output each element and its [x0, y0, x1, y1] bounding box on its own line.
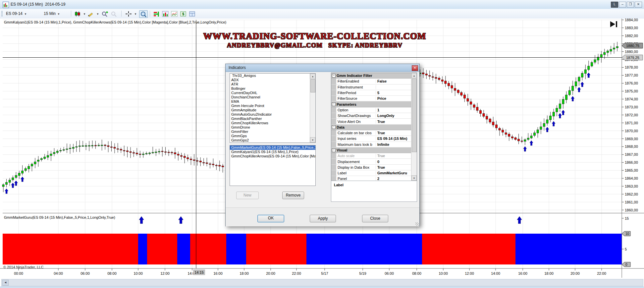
selected-indicator-item[interactable]: GmmChopKillerArrows(ES 09-14 (15 Min),Co… [230, 154, 315, 158]
indicator-list-item[interactable]: GmmChopKillerArrows [230, 121, 315, 125]
property-section-header[interactable]: −Parameters [331, 101, 412, 107]
indicator-list-item[interactable]: GmmAutoGuru2Indicator [230, 112, 315, 117]
candle-up [158, 151, 160, 152]
candle-up [31, 164, 33, 166]
property-row[interactable]: LabelGmmMarketGuru [331, 170, 412, 176]
dialog-title-bar[interactable]: Indicators ✕ [226, 64, 419, 72]
scroll-left-arrow-icon[interactable]: ◄ [2, 280, 9, 286]
selected-indicator-item[interactable]: GmmKalyani1(ES 09-14 (15 Min),1,Price) [230, 150, 315, 154]
scroll-thumb[interactable] [310, 79, 315, 92]
candle-down [136, 153, 138, 154]
property-value[interactable]: 1 [376, 108, 412, 112]
price-axis-label: 1861,00 [625, 200, 638, 204]
indicator-list-item[interactable]: GmmAmplitude [230, 108, 315, 112]
property-row[interactable]: FilterSourcePrice [331, 96, 412, 101]
apply-button[interactable]: Apply [310, 215, 336, 222]
regime-bar-blue [515, 234, 622, 264]
scroll-up-icon[interactable]: ▲ [310, 74, 315, 79]
indicator-list-item[interactable]: EMA [230, 99, 315, 104]
indicator-list-item[interactable]: Thr33_Amigos [230, 74, 315, 78]
collapse-icon[interactable]: − [332, 148, 336, 152]
indicator-list-item[interactable]: ADX [230, 78, 315, 82]
selected-indicators-list[interactable]: GmmMarketGuru(ES 09-14 (15 Min),False,,5… [230, 145, 316, 186]
property-row[interactable]: Voice Alert OnTrue [331, 119, 412, 124]
collapse-icon[interactable]: − [332, 102, 336, 106]
property-section-header[interactable]: −Data [331, 125, 412, 130]
regime-bar-red [246, 234, 306, 264]
candle-up [578, 77, 580, 81]
indicator-list-item[interactable]: GmmGps2 [230, 138, 315, 143]
property-value[interactable]: 2 [376, 177, 412, 181]
close-dialog-button[interactable]: Close [362, 215, 388, 222]
collapse-icon[interactable]: − [332, 125, 336, 129]
dialog-close-icon[interactable]: ✕ [412, 65, 418, 71]
property-value[interactable]: 5 [376, 91, 412, 95]
section-label: Data [337, 125, 345, 129]
property-label: Option [336, 108, 376, 112]
go-to-last-bar-icon[interactable] [616, 21, 617, 27]
price-axis-label: 1866,00 [625, 160, 638, 164]
time-axis-label: 22:00 [597, 271, 606, 275]
property-row[interactable]: Maximum bars look bInfinite [331, 142, 412, 147]
property-section-header[interactable]: −Gmm Indicator Filter [331, 73, 412, 79]
property-label: Maximum bars look b [336, 143, 376, 146]
horizontal-scrollbar[interactable]: ◄ [1, 279, 643, 286]
property-label: Auto scale [336, 154, 376, 158]
available-indicators-list[interactable]: Thr33_AmigosADXATRBollingerCurrentDayOHL… [230, 73, 316, 143]
go-to-last-bar-icon[interactable] [610, 21, 615, 27]
indicator-list-item[interactable]: Bollinger [230, 86, 315, 91]
scroll-thumb[interactable] [412, 79, 417, 152]
indicator-list-item[interactable]: GmmBlackPanther [230, 117, 315, 121]
candle-down [483, 114, 485, 117]
property-value[interactable]: False [376, 79, 412, 83]
indicator-list-item[interactable]: DonchianChannel [230, 95, 315, 99]
property-row[interactable]: ShowChartDrawingsLongOnly [331, 113, 412, 119]
ok-button[interactable]: OK [257, 215, 284, 222]
candle-up [155, 152, 157, 152]
property-row[interactable]: Auto scaleTrue [331, 153, 412, 159]
property-row[interactable]: Input seriesES 09-14 (15 Min) [331, 136, 412, 142]
regime-bar-red [147, 234, 177, 264]
property-row[interactable]: Panel2 [331, 176, 412, 181]
property-value[interactable]: ES 09-14 (15 Min) [376, 137, 412, 141]
property-value[interactable]: Price [376, 96, 412, 100]
chop-killer-up-arrow-icon [523, 146, 527, 151]
property-row[interactable]: Option1 [331, 107, 412, 113]
property-value[interactable]: LongOnly [376, 114, 412, 118]
property-row[interactable]: Calculate on bar closTrue [331, 130, 412, 136]
indicator-list-item[interactable]: GmmFilter [230, 130, 315, 134]
candle-up [69, 148, 71, 149]
candle-up [530, 136, 532, 138]
selected-indicator-item[interactable]: GmmMarketGuru(ES 09-14 (15 Min),False,,5… [230, 145, 315, 150]
property-value[interactable]: Infinite [376, 143, 412, 146]
properties-grid[interactable]: −Gmm Indicator FilterFilterEnabledFalseF… [331, 73, 417, 181]
candle-down [114, 147, 116, 148]
property-value[interactable]: True [376, 131, 412, 135]
property-row[interactable]: FilterInstrument [331, 85, 412, 90]
property-section-header[interactable]: −Visual [331, 147, 412, 153]
property-value[interactable]: 0 [376, 160, 412, 164]
remove-button[interactable]: Remove [282, 192, 304, 199]
property-value[interactable]: GmmMarketGuru [376, 171, 412, 175]
candle-up [572, 86, 574, 91]
grid-scrollbar[interactable]: ▲ ▼ [411, 73, 417, 181]
indicator-list-item[interactable]: CurrentDayOHL [230, 91, 315, 95]
property-row[interactable]: Displacement0 [331, 159, 412, 164]
indicator-list-item[interactable]: GmmDrone [230, 125, 315, 130]
property-row[interactable]: FilterPeriod5 [331, 90, 412, 96]
property-row[interactable]: FilterEnabledFalse [331, 79, 412, 84]
property-value[interactable]: True [376, 154, 412, 158]
resize-grip[interactable] [415, 222, 419, 226]
scroll-down-icon[interactable]: ▼ [411, 175, 417, 181]
collapse-icon[interactable]: − [332, 74, 336, 78]
indicator-list-item[interactable]: ATR [230, 82, 315, 86]
scroll-up-icon[interactable]: ▲ [411, 73, 417, 78]
property-value[interactable]: True [376, 120, 412, 124]
indicator-list-item[interactable]: Gmm Hercule Poirot [230, 104, 315, 108]
candle-up [527, 138, 529, 140]
property-row[interactable]: Display in Data BoxTrue [331, 165, 412, 170]
scroll-down-icon[interactable]: ▼ [310, 137, 315, 143]
property-value[interactable]: True [376, 165, 412, 169]
list-scrollbar[interactable]: ▲ ▼ [310, 74, 315, 143]
indicator-list-item[interactable]: GmmGps [230, 134, 315, 138]
